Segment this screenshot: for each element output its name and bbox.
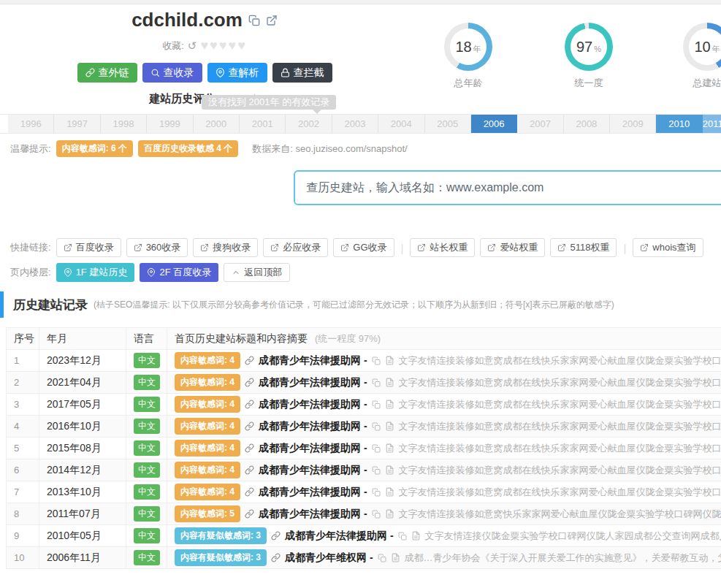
quick-link-360-index[interactable]: 360收录	[126, 238, 188, 257]
domain-search-input[interactable]	[294, 170, 721, 205]
external-link-icon[interactable]	[266, 15, 278, 26]
stat-label: 统一度	[560, 77, 618, 90]
site-title-link[interactable]: 成都青少年维权网 -	[285, 551, 373, 565]
copy-icon[interactable]	[372, 422, 381, 431]
row-date: 2021年04月	[39, 372, 126, 394]
pin-icon	[64, 268, 72, 277]
back-to-top-button[interactable]: 返回顶部	[224, 263, 290, 282]
row-date: 2023年12月	[39, 350, 126, 372]
copy-icon[interactable]	[378, 554, 386, 562]
quick-link-aizhan-rank[interactable]: 爱站权重	[480, 238, 545, 257]
row-seq: 2	[7, 372, 39, 394]
table-row: 8 2011年07月 中文 内容敏感词: 5 成都青少年法律援助网 - 文字友情…	[7, 503, 721, 525]
row-seq: 6	[7, 459, 39, 481]
suspected-sensitive-badge: 内容有疑似敏感词: 3	[175, 549, 267, 566]
quick-link-sogou-index[interactable]: 搜狗收录	[193, 238, 258, 257]
site-title-link[interactable]: 成都青少年法律援助网 -	[259, 442, 367, 455]
lock-icon	[281, 68, 290, 77]
row-date: 2006年11月	[39, 547, 126, 569]
copy-icon[interactable]	[372, 444, 381, 453]
check-dns-button[interactable]: 查解析	[207, 63, 267, 83]
quick-links-row: 快捷链接: 百度收录 360收录 搜狗收录 必应收录 GG收录 | 站长权重 爱…	[10, 238, 703, 257]
copy-icon[interactable]	[372, 510, 381, 519]
heart-rating[interactable]: ♥♥♥♥♥	[200, 38, 246, 53]
link-icon	[245, 509, 254, 519]
lang-badge: 中文	[134, 528, 160, 543]
snapshot-summary: 成都…青少年协会《关于深入开展关爱工作的实施意见》，关爱帮教互动，父子亲情交融，	[405, 551, 721, 565]
site-title-link[interactable]: 成都青少年法律援助网 -	[259, 420, 367, 433]
lang-badge: 中文	[134, 462, 160, 478]
year-timeline: 1996 1997 1998 1999 2000 2001 2002 2003 …	[0, 114, 721, 134]
col-lang: 语言	[126, 328, 167, 350]
copy-icon[interactable]	[372, 400, 381, 409]
check-block-button[interactable]: 查拦截	[272, 63, 332, 83]
year-1997[interactable]: 1997	[54, 115, 100, 133]
doc-icon	[391, 553, 400, 562]
sensitive-badge: 内容敏感词: 4	[175, 440, 240, 457]
site-title-link[interactable]: 成都青少年法律援助网 -	[259, 508, 367, 521]
quick-link-baidu-index[interactable]: 百度收录	[56, 238, 121, 257]
site-title-link[interactable]: 成都青少年法律援助网 -	[259, 486, 367, 499]
floor-1f-button[interactable]: 1F 建站历史	[56, 263, 135, 282]
link-icon	[245, 378, 254, 387]
snapshot-summary: 文字友情连接装修如意窝成都在线快乐家家网爱心献血屋仪陇金粟实验学校口碑网仪陇人	[399, 420, 721, 433]
col-seq: 序号	[7, 328, 39, 350]
copy-icon[interactable]	[372, 378, 381, 387]
quick-link-chinaz-rank[interactable]: 站长权重	[410, 238, 475, 257]
external-link-icon	[640, 243, 649, 252]
table-row: 6 2014年12月 中文 内容敏感词: 4 成都青少年法律援助网 - 文字友情…	[7, 459, 721, 481]
table-row: 4 2016年10月 中文 内容敏感词: 4 成都青少年法律援助网 - 文字友情…	[7, 416, 721, 438]
lang-badge: 中文	[134, 440, 160, 456]
year-2007[interactable]: 2007	[517, 115, 563, 133]
quick-links-label: 快捷链接:	[10, 241, 51, 254]
doc-icon	[385, 400, 394, 409]
external-link-icon	[64, 243, 72, 252]
link-icon	[245, 421, 254, 431]
doc-icon	[411, 531, 421, 541]
year-2005[interactable]: 2005	[425, 115, 471, 133]
site-title-link[interactable]: 成都青少年法律援助网 -	[285, 530, 394, 543]
sensitive-badge: 内容敏感词: 4	[175, 462, 240, 478]
year-2000[interactable]: 2000	[194, 115, 240, 133]
col-content: 首页历史建站标题和内容摘要 (统一程度 97%)	[167, 328, 721, 350]
copy-icon[interactable]	[372, 488, 381, 497]
site-title-link[interactable]: 成都青少年法律援助网 -	[259, 376, 367, 389]
year-2001[interactable]: 2001	[240, 115, 286, 133]
doc-icon	[385, 465, 394, 475]
year-2011-selected[interactable]: 2011	[703, 115, 721, 133]
site-title-link[interactable]: 成都青少年法律援助网 -	[259, 398, 367, 411]
year-2010-selected[interactable]: 2010	[656, 115, 702, 133]
check-backlinks-button[interactable]: 查外链	[77, 63, 137, 83]
floors-label: 页内楼层:	[10, 266, 51, 279]
year-2008[interactable]: 2008	[564, 115, 610, 133]
floor-2f-button[interactable]: 2F 百度收录	[140, 263, 218, 282]
search-icon	[150, 68, 160, 77]
quick-link-5118-rank[interactable]: 5118权重	[550, 238, 617, 257]
copy-icon[interactable]	[372, 356, 381, 365]
year-2009[interactable]: 2009	[610, 115, 656, 133]
year-2004[interactable]: 2004	[378, 115, 424, 133]
snapshot-summary: 文字友情连接装修如意窝成都在线快乐家家网爱心献血屋仪陇金粟实验学校口碑网仪陇人	[399, 464, 721, 477]
year-2002[interactable]: 2002	[286, 115, 332, 133]
quick-link-google-index[interactable]: GG收录	[333, 238, 394, 257]
year-2006-selected[interactable]: 2006	[471, 115, 517, 133]
site-title-link[interactable]: 成都青少年法律援助网 -	[259, 354, 367, 367]
copy-icon[interactable]	[398, 532, 407, 541]
baidu-sensitive-badge: 百度历史收录敏感 4 个	[138, 140, 238, 157]
site-title-link[interactable]: 成都青少年法律援助网 -	[259, 464, 367, 477]
undo-icon[interactable]: ↺	[188, 39, 197, 53]
row-date: 2017年05月	[39, 394, 126, 416]
quick-link-whois[interactable]: whois查询	[633, 238, 703, 257]
year-2003[interactable]: 2003	[332, 115, 378, 133]
year-1998[interactable]: 1998	[101, 115, 147, 133]
copy-icon[interactable]	[248, 15, 260, 26]
quick-link-bing-index[interactable]: 必应收录	[263, 238, 328, 257]
row-seq: 5	[7, 438, 39, 459]
doc-icon	[385, 443, 394, 453]
check-index-button[interactable]: 查收录	[142, 63, 202, 83]
year-1996[interactable]: 1996	[8, 115, 54, 133]
copy-icon[interactable]	[372, 466, 381, 475]
year-1999[interactable]: 1999	[147, 115, 193, 133]
row-date: 2016年10月	[39, 416, 126, 438]
link-icon	[245, 400, 254, 409]
